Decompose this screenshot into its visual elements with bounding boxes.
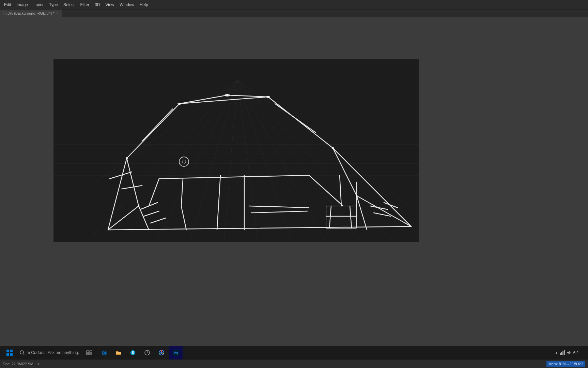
menu-3d[interactable]: 3D — [92, 1, 103, 8]
skype-icon[interactable]: S — [126, 346, 140, 359]
svg-rect-79 — [87, 351, 89, 353]
taskbar-app-icons: S — [97, 346, 183, 359]
image-canvas[interactable] — [53, 59, 419, 242]
chrome-icon[interactable] — [155, 346, 168, 359]
svg-point-67 — [356, 195, 358, 197]
taskbar-left: m Cortana. Ask me anything. — [3, 346, 183, 359]
menu-select[interactable]: Select — [61, 1, 77, 8]
svg-rect-97 — [562, 351, 563, 355]
svg-rect-0 — [53, 59, 419, 242]
file-explorer-icon[interactable] — [112, 346, 125, 359]
clock-symbol — [144, 350, 150, 356]
svg-rect-98 — [564, 350, 565, 355]
svg-point-70 — [266, 96, 270, 98]
taskbar-right: ▲ 6:2 — [555, 346, 585, 359]
photoshop-icon[interactable]: Ps — [169, 346, 183, 359]
menu-help[interactable]: Help — [137, 1, 151, 8]
search-icon — [20, 350, 25, 355]
clock-icon[interactable] — [140, 346, 154, 359]
svg-rect-82 — [90, 353, 92, 355]
tab-bar: m.3% (Background, RGB/8#) * × — [0, 9, 588, 17]
status-arrow[interactable]: > — [37, 362, 40, 366]
artwork-svg — [53, 59, 419, 242]
canvas-area — [0, 17, 588, 349]
edge-icon[interactable] — [97, 346, 111, 359]
svg-rect-80 — [90, 351, 92, 353]
system-tray-icons: ▲ — [555, 350, 571, 355]
menu-edit[interactable]: Edit — [1, 1, 14, 8]
svg-rect-95 — [560, 353, 561, 355]
menu-image[interactable]: Image — [14, 1, 31, 8]
menu-window[interactable]: Window — [117, 1, 137, 8]
ps-symbol: Ps — [173, 350, 179, 356]
svg-text:S: S — [132, 351, 134, 355]
memory-status: Mem: 81% - 11/8 6:2 — [546, 361, 585, 367]
show-desktop-button[interactable] — [582, 346, 584, 359]
svg-line-87 — [147, 353, 148, 353]
doc-info: Doc: 22.9M/22.9M — [3, 362, 33, 366]
task-view-icon[interactable] — [82, 346, 96, 359]
menu-view[interactable]: View — [103, 1, 117, 8]
taskbar: m Cortana. Ask me anything. — [0, 346, 588, 359]
time-display[interactable]: 6:2 — [573, 351, 578, 355]
svg-point-64 — [126, 157, 128, 159]
status-bar: Doc: 22.9M/22.9M > Mem: 81% - 11/8 6:2 — [0, 359, 588, 368]
svg-point-66 — [138, 205, 140, 207]
tab-label: m.3% (Background, RGB/8#) * — [3, 11, 55, 15]
svg-rect-81 — [87, 353, 89, 355]
tab-close-button[interactable]: × — [57, 11, 59, 15]
svg-point-65 — [332, 147, 334, 149]
svg-point-77 — [20, 351, 24, 354]
clock-time: 6:2 — [573, 351, 578, 355]
svg-point-68 — [225, 94, 230, 97]
menu-type[interactable]: Type — [46, 1, 61, 8]
svg-rect-75 — [6, 353, 9, 356]
svg-rect-74 — [10, 350, 13, 352]
task-view-symbol — [86, 350, 92, 355]
svg-rect-73 — [6, 350, 9, 352]
menu-filter[interactable]: Filter — [77, 1, 92, 8]
svg-point-89 — [160, 352, 163, 354]
expand-tray-icon[interactable]: ▲ — [555, 351, 558, 355]
menu-layer[interactable]: Layer — [31, 1, 46, 8]
svg-point-69 — [177, 103, 182, 105]
chrome-symbol — [158, 350, 165, 356]
skype-symbol: S — [130, 350, 136, 356]
document-tab[interactable]: m.3% (Background, RGB/8#) * × — [0, 10, 62, 17]
svg-text:Ps: Ps — [174, 351, 178, 355]
network-icon — [560, 350, 565, 355]
windows-start-icon[interactable] — [3, 346, 16, 359]
folder-symbol — [115, 350, 122, 356]
svg-rect-76 — [10, 353, 13, 356]
menu-bar: Edit Image Layer Type Select Filter 3D V… — [0, 0, 588, 9]
status-left: Doc: 22.9M/22.9M > — [3, 362, 40, 366]
volume-icon — [567, 350, 571, 355]
svg-rect-96 — [561, 352, 562, 355]
svg-line-78 — [23, 354, 24, 355]
edge-symbol — [101, 350, 107, 356]
search-placeholder: m Cortana. Ask me anything. — [27, 350, 79, 355]
cortana-search[interactable]: m Cortana. Ask me anything. — [18, 350, 81, 355]
